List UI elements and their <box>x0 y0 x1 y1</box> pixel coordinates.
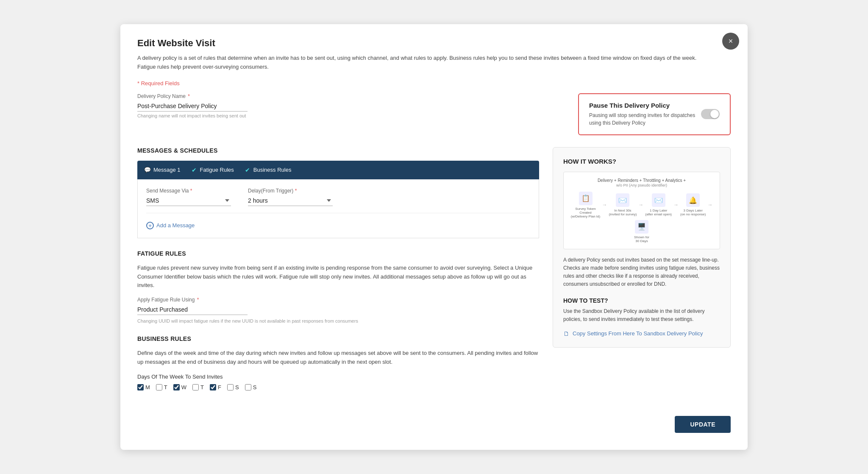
tab-divider <box>146 213 530 213</box>
copy-settings-button[interactable]: 🗋 Copy Settings From Here To Sandbox Del… <box>563 330 703 337</box>
day-wednesday[interactable]: W <box>173 384 186 390</box>
day-saturday[interactable]: S <box>227 384 239 390</box>
copy-icon: 🗋 <box>563 330 569 337</box>
day-monday[interactable]: M <box>137 384 150 390</box>
pause-title: Pause This Delivery Policy <box>589 102 699 109</box>
flow-node-2-label: 1 Day Later(after email open) <box>645 209 672 216</box>
messages-schedules-section: MESSAGES & SCHEDULES 💬 Message 1 ✔ Fatig… <box>137 147 539 238</box>
flow-node-0: 📋 Survey Token Created(w/Delivery Plan I… <box>571 192 601 218</box>
flow-node-1: ✉️ In Next 30s(invited for survey) <box>609 193 637 216</box>
how-it-works-title: HOW IT WORKS? <box>563 158 720 165</box>
survey-token-icon: 📋 <box>579 192 593 205</box>
how-it-works-body: A delivery Policy sends out invites base… <box>563 256 720 289</box>
left-panel: MESSAGES & SCHEDULES 💬 Message 1 ✔ Fatig… <box>137 147 539 402</box>
right-info-panel: HOW IT WORKS? Delivery + Reminders + Thr… <box>553 147 731 402</box>
how-to-test-title: HOW TO TEST? <box>563 297 720 304</box>
how-to-test-body: Use the Sandbox Delivery Policy availabl… <box>563 307 720 323</box>
close-button[interactable]: × <box>722 33 739 50</box>
business-rules-description: Define days of the week and time of the … <box>137 349 539 367</box>
flow-node-3: 🔔 3 Days Later(on no response) <box>680 193 706 216</box>
flow-node-0-label: Survey Token Created(w/Delivery Plan Id) <box>571 207 601 218</box>
pause-desc: Pausing will stop sending invites for di… <box>589 112 699 127</box>
business-rules-title: BUSINESS RULES <box>137 335 539 342</box>
top-section: Delivery Policy Name * Changing name wil… <box>137 93 731 135</box>
update-button[interactable]: UPDATE <box>675 416 731 433</box>
diagram-header: Delivery + Reminders + Throttling + Anal… <box>598 178 686 187</box>
flow-arrow-1: → <box>638 202 643 208</box>
delivery-policy-name-hint: Changing name will not impact invites be… <box>137 113 553 118</box>
add-message-button[interactable]: + Add a Message <box>146 220 195 231</box>
fatigue-uuid-hint: Changing UUID will impact fatigue rules … <box>137 318 539 323</box>
copy-settings-label: Copy Settings From Here To Sandbox Deliv… <box>573 330 703 337</box>
flow-node-3-label: 3 Days Later(on no response) <box>680 209 706 216</box>
send-message-via-select[interactable]: SMS Email Push Notification In-App <box>146 195 231 206</box>
days-title: Days Of The Week To Send Invites <box>137 374 539 380</box>
plus-circle-icon: + <box>146 222 154 229</box>
tab-content: Send Message Via * SMS Email Push Notifi… <box>137 179 539 238</box>
day-sunday[interactable]: S <box>245 384 257 390</box>
flow-arrow-3: → <box>707 202 712 208</box>
delay-field: Delay(From Trigger) * 1 hour 2 hours 4 h… <box>248 188 333 206</box>
day-tuesday[interactable]: T <box>156 384 167 390</box>
flow-node-4-label: Shown for30 Days <box>634 235 649 243</box>
diagram-area: Delivery + Reminders + Throttling + Anal… <box>563 172 720 249</box>
fatigue-rules-title: FATIGUE RULES <box>137 250 539 257</box>
required-fields-label: * Required Fields <box>137 80 731 86</box>
diagram-flow: 📋 Survey Token Created(w/Delivery Plan I… <box>570 192 714 243</box>
days-checkboxes: M T W T F S <box>137 384 539 390</box>
flow-node-2: ✉️ 1 Day Later(after email open) <box>645 193 672 216</box>
send-message-via-field: Send Message Via * SMS Email Push Notifi… <box>146 188 231 206</box>
delivery-policy-name-section: Delivery Policy Name * Changing name wil… <box>137 93 553 118</box>
tab-business-rules[interactable]: ✔ Business Rules <box>244 167 292 173</box>
tab-message1-label: Message 1 <box>153 167 181 173</box>
tab-business-label: Business Rules <box>253 167 292 173</box>
tab-message1[interactable]: 💬 Message 1 <box>144 167 181 173</box>
email-icon-0: ✉️ <box>616 193 629 207</box>
flow-arrow-2: → <box>673 202 679 208</box>
bottom-bar: UPDATE <box>137 416 731 433</box>
apply-fatigue-label: Apply Fatigue Rule Using * <box>137 297 539 303</box>
device-icon: 💬 <box>144 167 151 173</box>
email-icon-1: ✉️ <box>652 193 665 207</box>
apply-fatigue-input[interactable] <box>137 304 248 315</box>
flow-arrow-0: → <box>602 202 607 208</box>
pause-delivery-box: Pause This Delivery Policy Pausing will … <box>578 93 731 135</box>
modal-title: Edit Website Visit <box>137 38 731 49</box>
day-thursday[interactable]: T <box>192 384 204 390</box>
fatigue-rules-description: Fatigue rules prevent new survey invite … <box>137 264 539 290</box>
tab-fields: Send Message Via * SMS Email Push Notifi… <box>146 188 530 206</box>
push-icon: 🔔 <box>686 193 700 207</box>
send-message-via-label: Send Message Via * <box>146 188 231 194</box>
tab-fatigue-label: Fatigue Rules <box>200 167 234 173</box>
add-message-label: Add a Message <box>156 222 195 229</box>
check-icon-business: ✔ <box>244 167 251 173</box>
check-icon-fatigue: ✔ <box>191 167 198 173</box>
business-rules-section: BUSINESS RULES Define days of the week a… <box>137 335 539 390</box>
delivery-policy-name-label: Delivery Policy Name * <box>137 93 553 99</box>
day-friday[interactable]: F <box>210 384 221 390</box>
delivery-policy-name-input[interactable] <box>137 101 248 112</box>
info-panel-box: HOW IT WORKS? Delivery + Reminders + Thr… <box>553 147 731 348</box>
pause-box-text: Pause This Delivery Policy Pausing will … <box>589 102 699 127</box>
pause-toggle[interactable] <box>701 109 720 119</box>
delay-select[interactable]: 1 hour 2 hours 4 hours 6 hours 12 hours … <box>248 195 333 206</box>
messages-schedules-title: MESSAGES & SCHEDULES <box>137 147 539 154</box>
tab-bar: 💬 Message 1 ✔ Fatigue Rules ✔ Business R… <box>137 161 539 179</box>
fatigue-field-wrapper: Apply Fatigue Rule Using * <box>137 297 539 315</box>
flow-node-4: 🖥️ Shown for30 Days <box>634 220 649 243</box>
modal-description: A delivery policy is a set of rules that… <box>137 54 709 72</box>
diagram-sub: w/o PII (Any pseudo identifier) <box>616 183 667 187</box>
tab-fatigue-rules[interactable]: ✔ Fatigue Rules <box>191 167 234 173</box>
flow-node-1-label: In Next 30s(invited for survey) <box>609 209 637 216</box>
modal-container: × Edit Website Visit A delivery policy i… <box>120 24 748 450</box>
screen-icon: 🖥️ <box>635 220 648 234</box>
fatigue-rules-section: FATIGUE RULES Fatigue rules prevent new … <box>137 250 539 323</box>
main-content: MESSAGES & SCHEDULES 💬 Message 1 ✔ Fatig… <box>137 147 731 402</box>
delay-label: Delay(From Trigger) * <box>248 188 333 194</box>
